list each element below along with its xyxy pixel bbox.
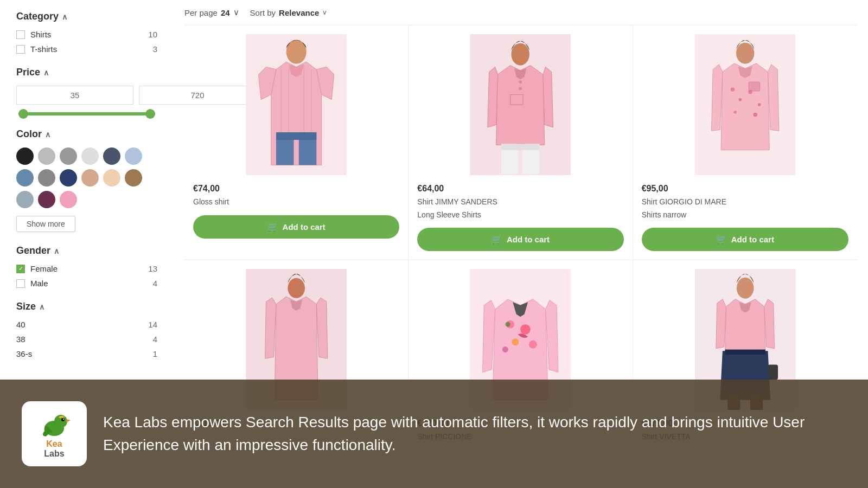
- color-swatch-peach[interactable]: [81, 169, 99, 187]
- svg-point-16: [512, 43, 529, 66]
- product-price-3: €95,00: [642, 184, 848, 194]
- svg-rect-37: [768, 365, 778, 380]
- shirts-count: 10: [148, 30, 157, 39]
- price-min-input[interactable]: [16, 86, 133, 105]
- color-label: Color: [16, 129, 42, 140]
- svg-point-25: [736, 43, 754, 64]
- svg-point-43: [61, 418, 65, 421]
- svg-point-19: [730, 87, 734, 91]
- svg-point-21: [748, 90, 752, 94]
- color-swatch-medium-gray[interactable]: [38, 169, 55, 187]
- gender-item-male[interactable]: Male 4: [16, 279, 157, 288]
- add-to-cart-button-3[interactable]: 🛒 Add to cart: [642, 228, 848, 251]
- svg-point-44: [63, 419, 64, 420]
- size-item-36s: 36-s 1: [16, 349, 157, 358]
- svg-point-30: [506, 322, 510, 327]
- tshirts-checkbox[interactable]: [16, 45, 25, 54]
- add-to-cart-button-1[interactable]: 🛒 Add to cart: [193, 215, 399, 239]
- cart-icon-3: 🛒: [716, 234, 727, 245]
- male-count: 4: [153, 279, 157, 288]
- sort-by-label: Sort by: [250, 8, 276, 17]
- shirts-label: Shirts: [30, 30, 51, 39]
- top-bar: Per page 24 ∨ Sort by Relevance ∨: [184, 0, 857, 25]
- add-to-cart-label-2: Add to cart: [507, 235, 550, 244]
- svg-point-22: [758, 103, 761, 106]
- product-name-2a: Shirt JIMMY SANDERS: [417, 197, 623, 208]
- size-filter: Size ∧ 40 14 38 4 36-s 1: [16, 301, 157, 358]
- price-filter: Price ∧: [16, 67, 157, 115]
- bottom-overlay: KeaLabs Kea Labs empowers Search Results…: [0, 380, 868, 488]
- svg-rect-36: [725, 350, 765, 355]
- color-title: Color ∧: [16, 129, 157, 140]
- cart-icon-1: 🛒: [267, 222, 278, 232]
- color-swatch-light-peach[interactable]: [103, 169, 120, 187]
- category-title: Category ∧: [16, 11, 157, 22]
- sort-by-arrow-icon: ∨: [322, 9, 327, 16]
- color-swatch-dark-teal[interactable]: [103, 147, 120, 165]
- price-slider-thumb-left[interactable]: [18, 109, 28, 119]
- female-checkbox[interactable]: [16, 265, 25, 273]
- size-arrow-icon: ∧: [39, 303, 44, 311]
- svg-point-23: [733, 111, 737, 114]
- color-swatch-pink[interactable]: [60, 191, 77, 208]
- category-item-shirts[interactable]: Shirts 10: [16, 30, 157, 39]
- price-title: Price ∧: [16, 67, 157, 78]
- male-checkbox[interactable]: [16, 279, 25, 288]
- gender-item-female[interactable]: Female 13: [16, 264, 157, 273]
- gender-label: Gender: [16, 245, 50, 256]
- per-page-arrow-icon: ∨: [233, 8, 239, 17]
- color-swatch-steel-blue[interactable]: [16, 191, 34, 208]
- per-page-control: Per page 24 ∨: [184, 8, 239, 17]
- gender-filter: Gender ∧ Female 13 Male 4: [16, 245, 157, 288]
- svg-point-20: [738, 98, 742, 101]
- product-card-1: €74,00 Gloss shirt 🛒 Add to cart: [184, 25, 409, 260]
- svg-point-34: [502, 346, 508, 352]
- color-swatch-blue-gray[interactable]: [16, 169, 34, 187]
- gender-arrow-icon: ∧: [54, 247, 59, 255]
- color-swatch-gray[interactable]: [60, 147, 77, 165]
- product-image-3: [642, 34, 848, 175]
- category-label: Category: [16, 11, 59, 22]
- color-swatch-light-blue[interactable]: [125, 147, 142, 165]
- svg-point-31: [520, 324, 531, 335]
- svg-rect-15: [501, 144, 540, 150]
- product-image-1: [193, 34, 399, 175]
- color-filter: Color ∧ Show more: [16, 129, 157, 232]
- color-swatch-light-gray[interactable]: [81, 147, 99, 165]
- show-more-button[interactable]: Show more: [16, 216, 75, 232]
- product-name-2b: Long Sleeve Shirts: [417, 210, 623, 221]
- svg-point-32: [512, 338, 519, 345]
- product-image-2: [417, 34, 623, 175]
- color-swatch-grid: [16, 147, 157, 208]
- svg-point-27: [288, 278, 305, 298]
- color-swatch-black[interactable]: [16, 147, 34, 165]
- tshirts-label: T-shirts: [30, 44, 57, 54]
- overlay-message: Kea Labs empowers Search Results page wi…: [103, 411, 846, 457]
- color-arrow-icon: ∧: [45, 130, 50, 139]
- price-slider-fill: [18, 112, 153, 115]
- per-page-label: Per page: [184, 8, 218, 17]
- price-label: Price: [16, 67, 40, 78]
- size-item-38: 38 4: [16, 335, 157, 344]
- color-swatch-brown[interactable]: [125, 169, 142, 187]
- product-card-2: €64,00 Shirt JIMMY SANDERS Long Sleeve S…: [409, 25, 633, 260]
- kea-labs-logo: KeaLabs: [22, 401, 87, 466]
- color-swatch-navy[interactable]: [60, 169, 77, 187]
- color-swatch-silver[interactable]: [38, 147, 55, 165]
- shirts-checkbox[interactable]: [16, 30, 25, 39]
- cart-icon-2: 🛒: [492, 234, 502, 245]
- price-slider-thumb-right[interactable]: [145, 109, 155, 119]
- product-price-2: €64,00: [417, 184, 623, 194]
- color-swatch-plum[interactable]: [38, 191, 55, 208]
- price-arrow-icon: ∧: [43, 68, 49, 77]
- male-label: Male: [30, 279, 48, 288]
- add-to-cart-button-2[interactable]: 🛒 Add to cart: [417, 228, 623, 251]
- female-label: Female: [30, 264, 58, 273]
- category-item-tshirts[interactable]: T-shirts 3: [16, 44, 157, 54]
- product-price-1: €74,00: [193, 184, 399, 194]
- price-slider-track: [18, 112, 155, 115]
- size-title: Size ∧: [16, 301, 157, 312]
- gender-title: Gender ∧: [16, 245, 157, 256]
- per-page-value: 24: [221, 8, 230, 17]
- sort-by-control[interactable]: Sort by Relevance ∨: [250, 8, 328, 17]
